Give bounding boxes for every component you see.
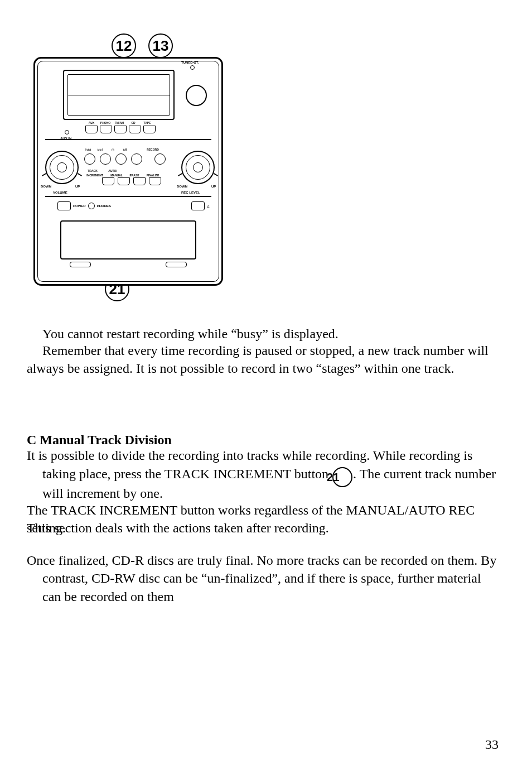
- rec-opt-label: AUTO/: [104, 169, 121, 172]
- t-label: ▷▷I: [95, 148, 105, 151]
- power-phones-row: POWER PHONES: [57, 201, 111, 210]
- down-label: DOWN: [41, 185, 51, 188]
- tuned-led: [190, 65, 195, 70]
- callout-12: 12: [112, 33, 136, 58]
- body-text: Remember that every time recording is pa…: [27, 342, 499, 378]
- callout-12-label: 12: [116, 37, 132, 55]
- up-label: UP: [211, 185, 216, 188]
- up-label: UP: [75, 185, 80, 188]
- inline-callout-21: 21: [332, 467, 352, 487]
- source-labels: AUX PHONO FM/AM CD TAPE: [85, 121, 153, 124]
- finalize-button: [149, 177, 161, 185]
- lcd-display: [63, 70, 175, 120]
- next-button: [100, 153, 111, 165]
- callout-13: 13: [148, 33, 173, 58]
- src-label: CD: [127, 121, 139, 124]
- src-button: [129, 126, 141, 133]
- body-text: It is possible to divide the recording i…: [27, 446, 499, 503]
- volume-knob: [45, 151, 79, 184]
- rec-opt-buttons: [102, 177, 161, 185]
- eject-button: [191, 201, 205, 210]
- page-number: 33: [485, 737, 499, 752]
- src-button: [85, 126, 98, 133]
- rec-opt-label: INCREMENT: [84, 174, 105, 177]
- rec-opt-label: TRACK: [84, 169, 101, 172]
- track-increment-button: [102, 177, 114, 185]
- aux-in-jack: [65, 130, 69, 134]
- src-label: PHONO: [99, 121, 112, 124]
- power-label: POWER: [73, 204, 86, 208]
- page: 12 13 21 TUNED•ST. AUX PHONO FM/AM CD TA…: [0, 0, 532, 769]
- rec-level-knob: [181, 151, 215, 184]
- src-button: [114, 126, 127, 133]
- aux-in-label: AUX IN: [60, 137, 71, 140]
- src-button: [143, 126, 156, 133]
- stop-button: [115, 153, 127, 165]
- source-buttons: [85, 126, 156, 133]
- disc-tray: [60, 220, 196, 259]
- prev-button: [84, 153, 95, 165]
- src-label: AUX: [85, 121, 98, 124]
- rec-opt-label: MANUAL: [109, 174, 124, 177]
- tuning-knob: [186, 85, 207, 106]
- t-label: I◁◁: [83, 148, 93, 151]
- src-label: TAPE: [141, 121, 153, 124]
- eject-row: ▵: [191, 201, 210, 210]
- t-label: ▷II: [120, 148, 130, 151]
- rec-level-label: REC LEVEL: [181, 191, 200, 194]
- phones-label: PHONES: [97, 204, 111, 208]
- body-text: Once finalized, CD-R discs are truly fin…: [27, 551, 499, 605]
- down-label: DOWN: [177, 185, 187, 188]
- body-text: You cannot restart recording while “busy…: [27, 325, 499, 343]
- body-text: This section deals with the actions take…: [27, 519, 499, 537]
- transport-buttons: [84, 153, 166, 165]
- eject-icon: ▵: [207, 204, 210, 209]
- device-diagram: 12 13 21 TUNED•ST. AUX PHONO FM/AM CD TA…: [33, 33, 223, 301]
- divider: [45, 196, 211, 197]
- rec-opt-labels-bot: INCREMENT MANUAL ERASE FINALIZE: [84, 174, 161, 177]
- t-label: RECORD: [144, 148, 161, 151]
- src-button: [100, 126, 112, 133]
- callout-13-label: 13: [153, 37, 169, 55]
- tuned-label: TUNED•ST.: [181, 61, 199, 64]
- power-button: [57, 201, 71, 210]
- device-body: TUNED•ST. AUX PHONO FM/AM CD TAPE: [33, 57, 223, 286]
- volume-label: VOLUME: [53, 191, 67, 194]
- auto-manual-button: [118, 177, 130, 185]
- transport-labels: I◁◁ ▷▷I ▢ ▷II RECORD: [83, 148, 161, 151]
- play-pause-button: [131, 153, 142, 165]
- rec-opt-labels-top: TRACK AUTO/: [84, 169, 121, 172]
- erase-button: [133, 177, 146, 185]
- phones-jack: [88, 203, 95, 209]
- rec-opt-label: ERASE: [128, 174, 141, 177]
- body-text-span: Remember that every time recording is pa…: [27, 343, 489, 376]
- t-label: ▢: [108, 148, 118, 151]
- record-button: [154, 153, 166, 165]
- rec-opt-label: FINALIZE: [144, 174, 161, 177]
- src-label: FM/AM: [113, 121, 125, 124]
